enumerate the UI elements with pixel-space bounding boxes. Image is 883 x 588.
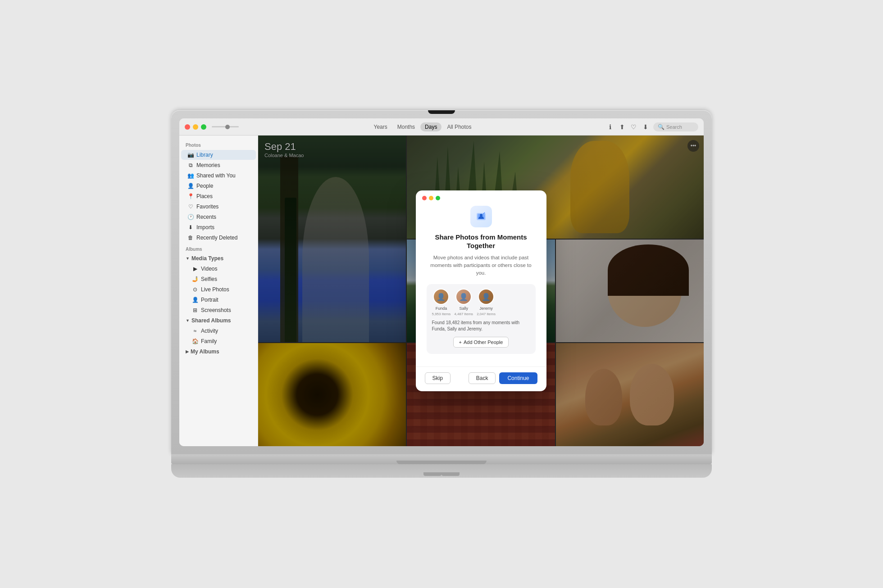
found-items-text: Found 18,482 items from any moments with… <box>432 320 530 332</box>
person-entry-jeremy: 👤 Jeremy 2,047 Items <box>477 289 496 316</box>
person-name-jeremy: Jeremy <box>479 306 493 311</box>
activity-icon: ≈ <box>192 328 198 334</box>
macbook-base <box>171 454 712 464</box>
share-icon[interactable]: ⬆ <box>618 123 626 131</box>
people-icon: 👤 <box>187 183 194 189</box>
screenshots-icon: ⊞ <box>192 307 198 313</box>
modal-overlay: Share Photos from Moments Together Move … <box>258 136 704 446</box>
macbook-footer <box>171 464 712 478</box>
zoom-slider[interactable] <box>212 126 239 127</box>
sidebar-item-activity[interactable]: ≈ Activity <box>186 326 256 336</box>
sidebar-item-shared-with-you[interactable]: 👥 Shared with You <box>181 171 256 181</box>
person-count-jeremy: 2,047 Items <box>477 312 496 316</box>
export-icon[interactable]: ⬇ <box>642 123 650 131</box>
view-nav: Years Months Days All Photos <box>369 122 476 131</box>
shared-with-you-icon: 👥 <box>187 172 194 179</box>
sidebar-item-family[interactable]: 🏠 Family <box>186 336 256 346</box>
macbook-feet <box>387 472 496 476</box>
macbook-lid: Years Months Days All Photos ℹ ⬆ ♡ ⬇ 🔍 S… <box>171 110 712 454</box>
sidebar-item-screenshots[interactable]: ⊞ Screenshots <box>186 305 256 315</box>
macbook-notch <box>428 110 455 114</box>
media-types-section: ▶ Videos 🤳 Selfies ⊙ Live Photos <box>184 264 258 315</box>
avatar-sally: 👤 <box>455 289 472 305</box>
continue-button[interactable]: Continue <box>499 372 537 384</box>
library-icon: 📷 <box>187 152 194 158</box>
avatar-jeremy: 👤 <box>478 289 494 305</box>
selfies-icon: 🤳 <box>192 276 198 282</box>
sidebar-item-favorites[interactable]: ♡ Favorites <box>181 202 256 212</box>
person-count-funda: 5,953 Items <box>432 312 451 316</box>
add-icon: + <box>459 339 462 345</box>
search-icon: 🔍 <box>658 124 665 130</box>
slider-thumb <box>225 125 230 129</box>
title-bar: Years Months Days All Photos ℹ ⬆ ♡ ⬇ 🔍 S… <box>179 118 704 136</box>
modal-traffic-lights <box>416 190 546 204</box>
person-avatar-group: 👤 Funda 5,953 Items 👤 Sally <box>432 289 530 316</box>
nav-days[interactable]: Days <box>420 122 442 131</box>
sidebar-item-recently-deleted[interactable]: 🗑 Recently Deleted <box>181 233 256 243</box>
main-layout: Photos 📷 Library ⧉ Memories <box>179 136 704 446</box>
app-window: Years Months Days All Photos ℹ ⬆ ♡ ⬇ 🔍 S… <box>179 118 704 446</box>
photos-section-header: Photos <box>179 139 258 149</box>
media-types-group[interactable]: ▼ Media Types <box>179 253 258 263</box>
recents-icon: 🕐 <box>187 214 194 220</box>
shared-albums-group[interactable]: ▼ Shared Albums <box>179 316 258 326</box>
places-icon: 📍 <box>187 193 194 199</box>
add-other-people-button[interactable]: + Add Other People <box>453 337 509 348</box>
modal-title: Share Photos from Moments Together <box>427 233 536 250</box>
person-name-funda: Funda <box>436 306 447 311</box>
sidebar-item-people[interactable]: 👤 People <box>181 181 256 191</box>
my-albums-group[interactable]: ▶ My Albums <box>179 347 258 357</box>
person-count-sally: 4,487 Items <box>454 312 473 316</box>
memories-icon: ⧉ <box>187 162 194 168</box>
modal-actions: Skip Back Continue <box>416 366 546 391</box>
favorites-icon: ♡ <box>187 204 194 210</box>
modal-minimize-button[interactable] <box>429 196 433 200</box>
skip-button[interactable]: Skip <box>425 372 451 384</box>
sidebar-item-memories[interactable]: ⧉ Memories <box>181 160 256 170</box>
nav-all-photos[interactable]: All Photos <box>442 122 476 131</box>
modal-subtitle: Move photos and videos that include past… <box>427 254 536 277</box>
heart-icon[interactable]: ♡ <box>630 123 638 131</box>
search-placeholder: Search <box>666 124 682 130</box>
family-icon: 🏠 <box>192 338 198 344</box>
portrait-icon: 👤 <box>192 297 198 303</box>
recently-deleted-icon: 🗑 <box>187 235 194 241</box>
sidebar-item-portrait[interactable]: 👤 Portrait <box>186 295 256 305</box>
person-name-sally: Sally <box>459 306 468 311</box>
shared-albums-section: ≈ Activity 🏠 Family <box>184 326 258 346</box>
modal-close-button[interactable] <box>422 196 427 200</box>
person-entry-sally: 👤 Sally 4,487 Items <box>454 289 473 316</box>
sidebar-item-videos[interactable]: ▶ Videos <box>186 264 256 274</box>
modal-content: Share Photos from Moments Together Move … <box>416 204 546 367</box>
close-button[interactable] <box>185 124 190 130</box>
macbook-foot-left <box>423 472 442 476</box>
sidebar-item-recents[interactable]: 🕐 Recents <box>181 212 256 222</box>
sidebar-item-imports[interactable]: ⬇ Imports <box>181 222 256 232</box>
videos-icon: ▶ <box>192 266 198 272</box>
sidebar: Photos 📷 Library ⧉ Memories <box>179 136 258 446</box>
nav-years[interactable]: Years <box>369 122 392 131</box>
avatar-funda: 👤 <box>433 289 449 305</box>
sidebar-item-selfies[interactable]: 🤳 Selfies <box>186 274 256 284</box>
modal-icon <box>470 206 492 227</box>
content-area: Sep 21 Coloane & Macao <box>258 136 704 446</box>
macbook-foot-right <box>442 472 460 476</box>
live-photos-icon: ⊙ <box>192 286 198 293</box>
chevron-down-icon-shared: ▼ <box>186 318 190 323</box>
sidebar-item-live-photos[interactable]: ⊙ Live Photos <box>186 285 256 294</box>
info-icon[interactable]: ℹ <box>606 123 614 131</box>
search-box[interactable]: 🔍 Search <box>653 122 698 131</box>
macbook-screen: Years Months Days All Photos ℹ ⬆ ♡ ⬇ 🔍 S… <box>179 118 704 446</box>
minimize-button[interactable] <box>193 124 198 130</box>
nav-months[interactable]: Months <box>393 122 419 131</box>
chevron-down-icon: ▼ <box>186 256 190 261</box>
slider-track <box>212 126 239 127</box>
imports-icon: ⬇ <box>187 224 194 231</box>
fullscreen-button[interactable] <box>201 124 206 130</box>
modal-fullscreen-button[interactable] <box>436 196 440 200</box>
people-row: 👤 Funda 5,953 Items 👤 Sally <box>427 284 536 354</box>
back-button[interactable]: Back <box>469 372 496 384</box>
sidebar-item-library[interactable]: 📷 Library <box>181 150 256 160</box>
sidebar-item-places[interactable]: 📍 Places <box>181 191 256 201</box>
